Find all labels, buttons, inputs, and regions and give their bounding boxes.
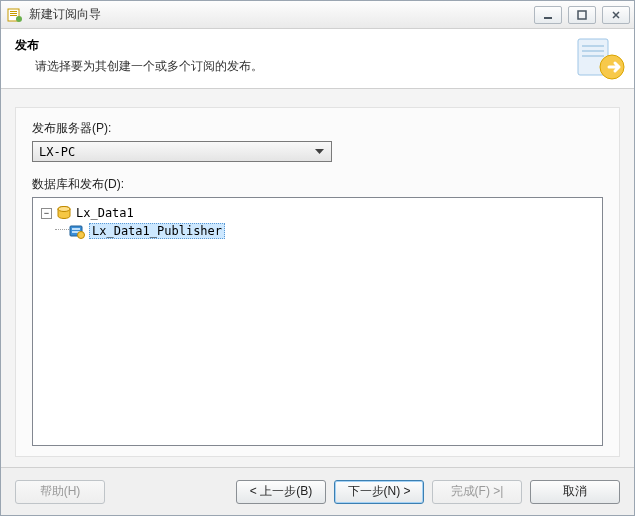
publisher-selected: LX-PC	[39, 145, 311, 159]
footer: 帮助(H) < 上一步(B) 下一步(N) > 完成(F) >| 取消	[1, 467, 634, 515]
tree-node-publication[interactable]: Lx_Data1_Publisher	[37, 222, 598, 240]
svg-rect-15	[72, 228, 80, 230]
tree-node-database[interactable]: − Lx_Data1	[37, 204, 598, 222]
tree-node-label: Lx_Data1	[76, 206, 134, 220]
svg-rect-5	[544, 17, 552, 19]
header-panel: 发布 请选择要为其创建一个或多个订阅的发布。	[1, 29, 634, 89]
tree-label: 数据库和发布(D):	[32, 176, 603, 193]
minimize-button[interactable]	[534, 6, 562, 24]
cancel-button[interactable]: 取消	[530, 480, 620, 504]
maximize-button[interactable]	[568, 6, 596, 24]
help-button[interactable]: 帮助(H)	[15, 480, 105, 504]
close-button[interactable]	[602, 6, 630, 24]
back-button[interactable]: < 上一步(B)	[236, 480, 326, 504]
svg-rect-8	[582, 45, 604, 47]
publisher-dropdown[interactable]: LX-PC	[32, 141, 332, 162]
svg-rect-1	[10, 11, 17, 12]
svg-point-17	[78, 232, 85, 239]
svg-point-13	[58, 207, 70, 212]
publisher-label: 发布服务器(P):	[32, 120, 603, 137]
titlebar: 新建订阅向导	[1, 1, 634, 29]
header-title: 发布	[15, 37, 624, 54]
database-icon	[56, 205, 72, 221]
svg-rect-3	[10, 15, 17, 16]
next-button[interactable]: 下一步(N) >	[334, 480, 424, 504]
svg-rect-9	[582, 50, 604, 52]
collapse-toggle-icon[interactable]: −	[41, 208, 52, 219]
svg-rect-10	[582, 55, 604, 57]
tree-connector-icon	[55, 229, 69, 230]
content-area: 发布服务器(P): LX-PC 数据库和发布(D): −	[1, 89, 634, 467]
publication-tree[interactable]: − Lx_Data1	[32, 197, 603, 446]
header-subtitle: 请选择要为其创建一个或多个订阅的发布。	[35, 58, 624, 75]
window-title: 新建订阅向导	[29, 6, 534, 23]
window-controls	[534, 6, 630, 24]
svg-rect-2	[10, 13, 17, 14]
svg-rect-6	[578, 11, 586, 19]
chevron-down-icon	[311, 142, 327, 161]
svg-point-4	[16, 16, 22, 22]
wizard-icon	[576, 35, 626, 83]
wizard-window: 新建订阅向导 发布 请选择要为其创建一个或多个订阅的发布。	[0, 0, 635, 516]
publication-icon	[69, 223, 85, 239]
finish-button[interactable]: 完成(F) >|	[432, 480, 522, 504]
app-icon	[7, 7, 23, 23]
tree-node-label: Lx_Data1_Publisher	[89, 223, 225, 239]
